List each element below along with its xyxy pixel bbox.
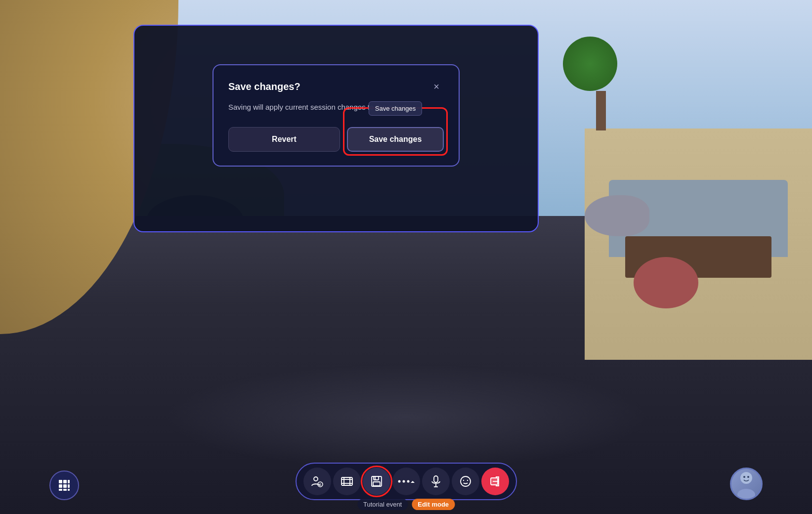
floor-highlight <box>163 365 650 469</box>
svg-point-28 <box>463 480 464 481</box>
rock <box>585 195 649 236</box>
svg-text:$: $ <box>319 483 321 486</box>
caret-up-icon <box>410 480 415 483</box>
svg-point-33 <box>737 489 755 499</box>
svg-rect-2 <box>68 480 70 483</box>
dialog-title: Save changes? <box>228 81 300 92</box>
svg-rect-19 <box>373 482 380 486</box>
leave-icon <box>489 475 502 488</box>
grid-icon <box>58 479 71 492</box>
emoji-button[interactable] <box>452 468 479 495</box>
svg-point-23 <box>407 480 409 483</box>
svg-rect-4 <box>63 484 67 488</box>
svg-rect-12 <box>342 477 352 485</box>
svg-point-34 <box>743 476 745 478</box>
svg-point-22 <box>402 480 405 483</box>
svg-rect-1 <box>63 480 67 483</box>
toolbar: $ <box>296 463 517 500</box>
dialog-actions: Revert Save changes Save changes <box>228 127 444 152</box>
svg-rect-7 <box>63 489 67 491</box>
presenter-icon: $ <box>311 475 324 488</box>
more-button[interactable] <box>392 468 420 495</box>
svg-point-32 <box>740 472 752 484</box>
svg-point-9 <box>314 477 318 481</box>
media-button[interactable] <box>333 468 361 495</box>
svg-point-27 <box>461 476 470 486</box>
revert-button[interactable]: Revert <box>228 127 340 152</box>
svg-rect-8 <box>68 489 70 491</box>
media-icon <box>341 475 353 488</box>
close-button[interactable]: × <box>429 79 444 94</box>
svg-rect-5 <box>68 484 70 488</box>
save-dialog: Save changes? × Saving will apply curren… <box>213 64 460 167</box>
tree-canopy <box>563 37 617 91</box>
dialog-header: Save changes? × <box>228 79 444 94</box>
svg-point-29 <box>467 480 468 481</box>
svg-rect-18 <box>374 476 379 480</box>
apps-grid-button[interactable] <box>49 471 79 500</box>
emoji-icon <box>459 475 472 488</box>
avatar-icon <box>734 469 759 499</box>
save-button-container <box>363 468 390 495</box>
emoji-group <box>452 468 479 495</box>
toolbar-save-button[interactable] <box>363 468 390 495</box>
tree-trunk <box>596 91 606 130</box>
svg-rect-24 <box>434 476 438 482</box>
leave-button[interactable] <box>481 468 509 495</box>
svg-point-35 <box>747 476 749 478</box>
save-button[interactable]: Save changes <box>347 127 444 152</box>
mic-icon <box>430 475 441 488</box>
save-icon <box>370 475 383 488</box>
mic-button[interactable] <box>422 468 450 495</box>
save-changes-container: Save changes Save changes <box>347 127 444 152</box>
presenter-button[interactable]: $ <box>303 468 331 495</box>
event-label: Tutorial event <box>357 499 408 510</box>
status-bar: Tutorial event Edit mode <box>357 499 455 510</box>
svg-point-21 <box>398 480 400 483</box>
toolbar-inner: $ <box>296 463 517 500</box>
avatar-button[interactable] <box>730 468 763 500</box>
svg-rect-6 <box>59 489 62 491</box>
svg-rect-0 <box>59 480 62 483</box>
save-tooltip: Save changes <box>369 101 422 116</box>
ottoman <box>634 257 698 308</box>
more-icon <box>397 479 410 484</box>
svg-rect-3 <box>59 484 62 488</box>
mode-label: Edit mode <box>412 499 455 510</box>
tree <box>585 51 617 130</box>
